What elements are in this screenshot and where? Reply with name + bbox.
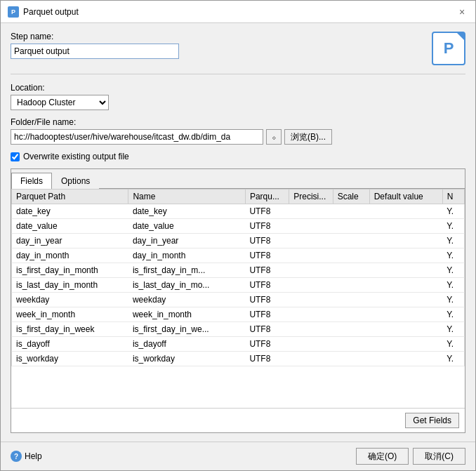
- cell-4: [333, 307, 369, 322]
- cell-6: Y.: [442, 337, 464, 352]
- close-button[interactable]: ×: [456, 6, 468, 18]
- cell-4: [333, 352, 369, 366]
- overwrite-checkbox[interactable]: [11, 152, 20, 161]
- cell-3: [289, 263, 333, 278]
- cell-6: Y.: [442, 219, 464, 234]
- cell-0: weekday: [12, 293, 128, 307]
- cancel-button[interactable]: 取消(C): [413, 448, 465, 465]
- cell-3: [289, 248, 333, 263]
- tab-panel: Fields Options Parquet Path Name Parqu..…: [11, 168, 465, 433]
- step-name-input[interactable]: [11, 44, 179, 59]
- parquet-output-dialog: P Parquet output × Step name: Location: …: [0, 0, 476, 471]
- cell-0: is_workday: [12, 352, 128, 366]
- cell-3: [289, 337, 333, 352]
- step-name-row: Step name:: [11, 32, 465, 65]
- col-parquet-path: Parquet Path: [12, 190, 128, 204]
- tab-options[interactable]: Options: [52, 173, 99, 189]
- bottom-bar: ? Help 确定(O) 取消(C): [1, 442, 475, 470]
- cell-2: UTF8: [245, 322, 289, 337]
- cell-5: [369, 204, 442, 219]
- table-row[interactable]: is_first_day_in_monthis_first_day_in_m..…: [12, 263, 465, 278]
- separator-1: [11, 74, 465, 74]
- fields-table-container[interactable]: Parquet Path Name Parqu... Precisi... Sc…: [11, 189, 465, 408]
- col-scale: Scale: [333, 190, 369, 204]
- title-bar-left: P Parquet output: [8, 6, 79, 18]
- cell-4: [333, 204, 369, 219]
- cell-3: [289, 352, 333, 366]
- cell-2: UTF8: [245, 234, 289, 248]
- fields-table: Parquet Path Name Parqu... Precisi... Sc…: [11, 189, 465, 366]
- cell-2: UTF8: [245, 278, 289, 293]
- cell-2: UTF8: [245, 337, 289, 352]
- cell-2: UTF8: [245, 248, 289, 263]
- cell-6: Y.: [442, 307, 464, 322]
- dialog-title: Parquet output: [23, 7, 79, 17]
- cell-1: is_last_day_in_mo...: [128, 278, 245, 293]
- table-row[interactable]: is_first_day_in_weekis_first_day_in_we..…: [12, 322, 465, 337]
- cell-3: [289, 307, 333, 322]
- parquet-logo-icon: [432, 32, 465, 65]
- col-precision: Precisi...: [289, 190, 333, 204]
- cell-1: is_workday: [128, 352, 245, 366]
- cell-1: is_first_day_in_we...: [128, 322, 245, 337]
- cell-1: date_key: [128, 204, 245, 219]
- cell-1: day_in_month: [128, 248, 245, 263]
- cell-4: [333, 263, 369, 278]
- cell-5: [369, 234, 442, 248]
- dialog-body: Step name: Location: Hadoop Cluster Loca…: [1, 23, 475, 442]
- get-fields-button[interactable]: Get Fields: [405, 413, 459, 428]
- location-select[interactable]: Hadoop Cluster Local: [11, 95, 109, 110]
- table-header-row: Parquet Path Name Parqu... Precisi... Sc…: [12, 190, 465, 204]
- location-row: Location: Hadoop Cluster Local: [11, 83, 465, 110]
- cell-2: UTF8: [245, 263, 289, 278]
- cell-1: week_in_month: [128, 307, 245, 322]
- cell-0: day_in_year: [12, 234, 128, 248]
- folder-icon-button[interactable]: ⬦: [266, 129, 282, 145]
- folder-input[interactable]: [11, 129, 263, 145]
- cell-2: UTF8: [245, 219, 289, 234]
- folder-row: Folder/File name: ⬦ 浏览(B)...: [11, 117, 465, 145]
- cell-4: [333, 322, 369, 337]
- ok-button[interactable]: 确定(O): [356, 448, 409, 465]
- table-row[interactable]: weekdayweekdayUTF8Y.: [12, 293, 465, 307]
- cell-3: [289, 219, 333, 234]
- table-row[interactable]: date_keydate_keyUTF8Y.: [12, 204, 465, 219]
- cell-6: Y.: [442, 278, 464, 293]
- cell-6: Y.: [442, 234, 464, 248]
- cell-1: weekday: [128, 293, 245, 307]
- table-row[interactable]: week_in_monthweek_in_monthUTF8Y.: [12, 307, 465, 322]
- table-row[interactable]: day_in_monthday_in_monthUTF8Y.: [12, 248, 465, 263]
- cell-0: is_first_day_in_month: [12, 263, 128, 278]
- title-bar: P Parquet output ×: [1, 1, 475, 23]
- cell-1: day_in_year: [128, 234, 245, 248]
- cell-2: UTF8: [245, 204, 289, 219]
- cell-6: Y.: [442, 204, 464, 219]
- cell-0: is_last_day_in_month: [12, 278, 128, 293]
- step-name-label: Step name:: [11, 32, 179, 41]
- cell-2: UTF8: [245, 307, 289, 322]
- folder-label: Folder/File name:: [11, 117, 465, 127]
- col-nullable: N: [442, 190, 464, 204]
- cell-1: date_value: [128, 219, 245, 234]
- cell-2: UTF8: [245, 352, 289, 366]
- cell-0: day_in_month: [12, 248, 128, 263]
- cell-0: date_key: [12, 204, 128, 219]
- table-row[interactable]: date_valuedate_valueUTF8Y.: [12, 219, 465, 234]
- overwrite-label: Overwrite existing output file: [23, 152, 129, 161]
- cell-5: [369, 263, 442, 278]
- cell-5: [369, 248, 442, 263]
- table-row[interactable]: is_dayoffis_dayoffUTF8Y.: [12, 337, 465, 352]
- cell-3: [289, 234, 333, 248]
- table-row[interactable]: is_last_day_in_monthis_last_day_in_mo...…: [12, 278, 465, 293]
- tab-fields[interactable]: Fields: [11, 173, 52, 189]
- cell-1: is_dayoff: [128, 337, 245, 352]
- help-button[interactable]: ? Help: [11, 451, 42, 462]
- tab-header: Fields Options: [11, 169, 465, 189]
- cell-3: [289, 278, 333, 293]
- browse-button[interactable]: 浏览(B)...: [284, 129, 332, 145]
- cell-5: [369, 307, 442, 322]
- table-row[interactable]: day_in_yearday_in_yearUTF8Y.: [12, 234, 465, 248]
- cell-0: is_dayoff: [12, 337, 128, 352]
- col-parquet-type: Parqu...: [245, 190, 289, 204]
- table-row[interactable]: is_workdayis_workdayUTF8Y.: [12, 352, 465, 366]
